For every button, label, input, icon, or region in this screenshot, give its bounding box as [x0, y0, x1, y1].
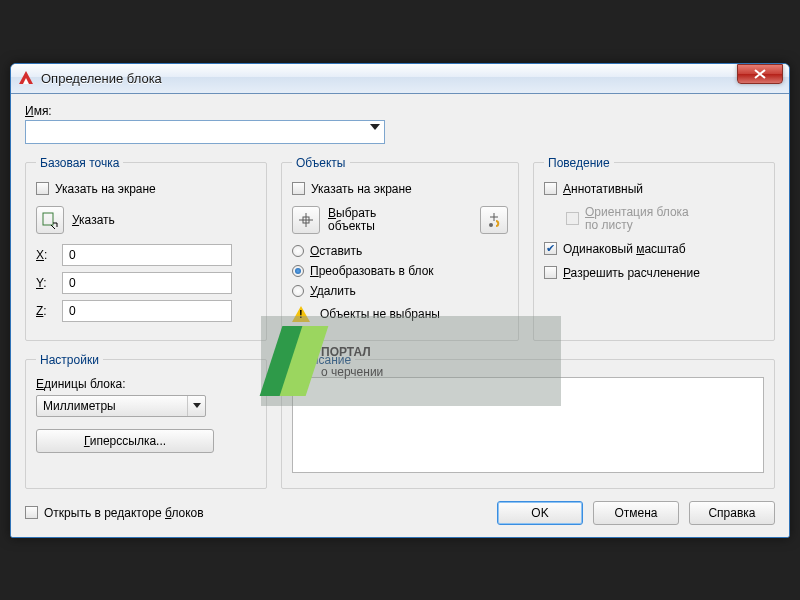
label-text: Ориентация блокапо листу	[585, 206, 689, 232]
description-textarea[interactable]	[292, 377, 764, 473]
objects-legend: Объекты	[292, 156, 350, 170]
delete-radio[interactable]: Удалить	[292, 284, 508, 298]
block-definition-dialog: Определение блока Имя: Базовая точка Ука…	[10, 63, 790, 538]
titlebar[interactable]: Определение блока	[11, 64, 789, 94]
radio-icon	[292, 245, 304, 257]
checkbox-icon	[25, 506, 38, 519]
block-units-select[interactable]: Миллиметры	[36, 395, 206, 417]
radio-icon	[292, 285, 304, 297]
label-text: Гиперссылка...	[84, 434, 166, 448]
label-text: Удалить	[310, 284, 356, 298]
label-text: OK	[531, 506, 548, 520]
select-objects-label: Выбратьобъекты	[328, 207, 376, 233]
checkbox-icon	[36, 182, 49, 195]
basepoint-group: Базовая точка Указать на экране Указать …	[25, 156, 267, 341]
pick-point-icon	[41, 211, 59, 229]
quick-select-button[interactable]	[480, 206, 508, 234]
name-label: Имя:	[25, 104, 775, 118]
checkbox-icon	[544, 182, 557, 195]
annotative-checkbox[interactable]: Аннотативный	[544, 182, 764, 196]
block-units-value: Миллиметры	[43, 399, 116, 413]
help-button[interactable]: Справка	[689, 501, 775, 525]
y-label: Y:	[36, 276, 54, 290]
label-text: Указать на экране	[311, 182, 412, 196]
checkbox-icon	[544, 242, 557, 255]
settings-legend: Настройки	[36, 353, 103, 367]
name-combobox[interactable]	[25, 120, 385, 144]
label-text: Отмена	[614, 506, 657, 520]
behavior-legend: Поведение	[544, 156, 614, 170]
cancel-button[interactable]: Отмена	[593, 501, 679, 525]
label-text: Оставить	[310, 244, 362, 258]
ok-button[interactable]: OK	[497, 501, 583, 525]
label-text: Указать на экране	[55, 182, 156, 196]
svg-rect-2	[43, 213, 53, 225]
chevron-down-icon	[187, 396, 205, 416]
open-in-editor-checkbox[interactable]: Открыть в редакторе блоков	[25, 506, 204, 520]
quick-select-icon	[485, 211, 503, 229]
x-label: X:	[36, 248, 54, 262]
behavior-group: Поведение Аннотативный Ориентация блокап…	[533, 156, 775, 341]
y-input[interactable]	[62, 272, 232, 294]
label-text: Одинаковый масштаб	[563, 242, 686, 256]
checkbox-icon	[544, 266, 557, 279]
settings-group: Настройки Единицы блока: Миллиметры Гипе…	[25, 353, 267, 489]
label-text: Открыть в редакторе блоков	[44, 506, 204, 520]
z-input[interactable]	[62, 300, 232, 322]
close-button[interactable]	[737, 64, 783, 84]
block-units-label: Единицы блока:	[36, 377, 256, 391]
z-label: Z:	[36, 304, 54, 318]
retain-radio[interactable]: Оставить	[292, 244, 508, 258]
label-text: Разрешить расчленение	[563, 266, 700, 280]
label-text: Аннотативный	[563, 182, 643, 196]
pick-point-label: Указать	[72, 213, 115, 227]
match-orientation-checkbox: Ориентация блокапо листу	[566, 206, 764, 232]
chevron-down-icon	[370, 124, 380, 130]
label-text: Справка	[708, 506, 755, 520]
close-icon	[754, 69, 766, 79]
objects-specify-onscreen[interactable]: Указать на экране	[292, 182, 508, 196]
convert-radio[interactable]: Преобразовать в блок	[292, 264, 508, 278]
pick-point-button[interactable]	[36, 206, 64, 234]
window-title: Определение блока	[41, 71, 737, 86]
uniform-scale-checkbox[interactable]: Одинаковый масштаб	[544, 242, 764, 256]
checkbox-icon	[292, 182, 305, 195]
objects-group: Объекты Указать на экране Выбратьобъекты	[281, 156, 519, 341]
description-legend: Описание	[292, 353, 355, 367]
basepoint-specify-onscreen[interactable]: Указать на экране	[36, 182, 256, 196]
checkbox-icon	[566, 212, 579, 225]
select-objects-button[interactable]	[292, 206, 320, 234]
radio-icon	[292, 265, 304, 277]
allow-explode-checkbox[interactable]: Разрешить расчленение	[544, 266, 764, 280]
x-input[interactable]	[62, 244, 232, 266]
description-group: Описание	[281, 353, 775, 489]
hyperlink-button[interactable]: Гиперссылка...	[36, 429, 214, 453]
label-text: Преобразовать в блок	[310, 264, 434, 278]
no-objects-text: Объекты не выбраны	[320, 307, 440, 321]
basepoint-legend: Базовая точка	[36, 156, 123, 170]
app-icon	[17, 69, 35, 87]
select-objects-icon	[297, 211, 315, 229]
warning-icon	[292, 306, 310, 322]
svg-point-4	[489, 223, 493, 227]
